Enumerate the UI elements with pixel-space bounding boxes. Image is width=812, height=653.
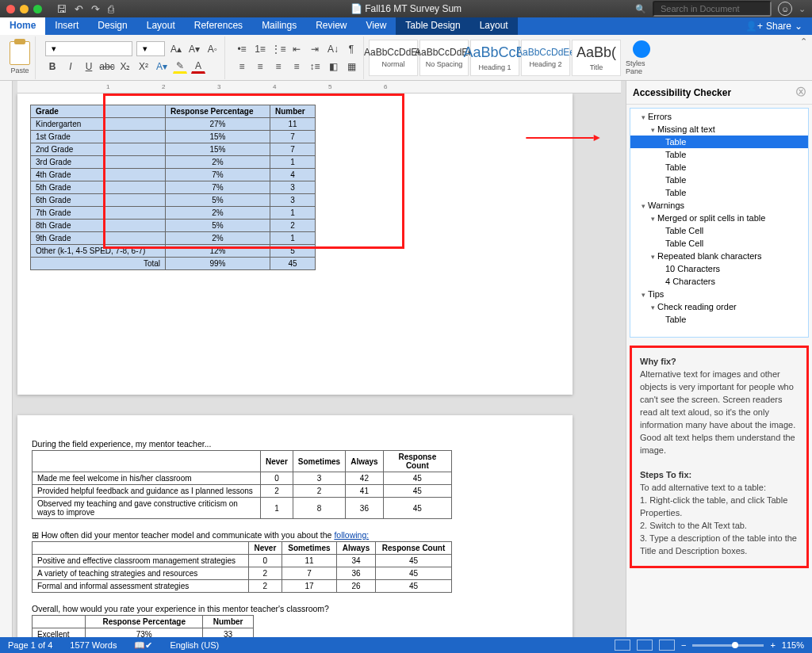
acc-item[interactable]: Warnings [630, 199, 808, 212]
document-area[interactable]: 123456 GradeResponse PercentageNumberKin… [13, 81, 626, 637]
align-center-icon[interactable]: ≡ [253, 59, 267, 74]
style-heading-2[interactable]: AaBbCcDdEeHeading 2 [521, 40, 570, 76]
zoom-window-icon[interactable] [33, 5, 42, 13]
search-icon[interactable]: 🔍 [635, 4, 646, 14]
line-spacing-icon[interactable]: ↕≡ [308, 59, 322, 74]
view-focus-icon[interactable] [615, 640, 630, 651]
view-print-icon[interactable] [637, 640, 653, 651]
acc-item[interactable]: Missing alt text [630, 123, 808, 136]
tab-references[interactable]: References [185, 17, 252, 35]
zoom-slider[interactable] [692, 644, 764, 647]
tab-table-design[interactable]: Table Design [396, 17, 469, 35]
undo-icon[interactable]: ↶ [75, 3, 83, 15]
bullets-icon[interactable]: •≡ [235, 42, 249, 56]
zoom-percent[interactable]: 115% [782, 640, 804, 650]
following-link[interactable]: following: [334, 530, 369, 540]
page-2[interactable]: During the field experience, my mentor t… [17, 415, 573, 637]
borders-icon[interactable]: ▦ [344, 59, 358, 74]
sort-icon[interactable]: A↓ [326, 42, 340, 56]
tab-mailings[interactable]: Mailings [252, 17, 306, 35]
paste-icon[interactable] [10, 41, 30, 65]
table-row[interactable]: 4th Grade7%4 [31, 169, 316, 181]
accessibility-results[interactable]: ErrorsMissing alt textTableTableTableTab… [630, 108, 809, 338]
table-row[interactable]: Made me feel welcome in his/her classroo… [33, 472, 452, 485]
styles-gallery[interactable]: AaBbCcDdEeNormalAaBbCcDdEeNo SpacingAaBb… [369, 40, 621, 76]
superscript-button[interactable]: X² [136, 59, 151, 74]
language-indicator[interactable]: English (US) [170, 640, 219, 650]
acc-item[interactable]: Table [630, 148, 808, 161]
acc-item[interactable]: Table [630, 136, 808, 148]
table-row[interactable]: Observed my teaching and gave constructi… [33, 498, 452, 519]
table-row[interactable]: Positive and effective classroom managem… [33, 555, 452, 567]
decrease-font-icon[interactable]: A▾ [187, 42, 201, 56]
style-no-spacing[interactable]: AaBbCcDdEeNo Spacing [419, 40, 469, 76]
table-row[interactable]: 6th Grade5%3 [31, 194, 316, 207]
word-count[interactable]: 1577 Words [70, 640, 117, 650]
text-effects-icon[interactable]: A▾ [155, 59, 169, 74]
table-row[interactable]: 9th Grade2%1 [31, 232, 316, 245]
[interactable]: − [681, 640, 686, 650]
clear-format-icon[interactable]: A◦ [205, 42, 220, 56]
table-row[interactable]: Formal and informal assessment strategie… [33, 580, 452, 593]
style-normal[interactable]: AaBbCcDdEeNormal [369, 40, 418, 76]
numbering-icon[interactable]: 1≡ [253, 42, 267, 56]
share-button[interactable]: 👤+ Share ⌄ [736, 17, 812, 35]
align-left-icon[interactable]: ≡ [235, 59, 249, 74]
table-row[interactable]: Other (k-1, 4-5 SPED, 7-8, 6-7)12%5 [31, 245, 316, 258]
tab-table-layout[interactable]: Layout [470, 17, 518, 35]
acc-item[interactable]: Tips [630, 288, 808, 300]
acc-item[interactable]: Table [630, 313, 808, 326]
search-input[interactable] [653, 1, 772, 17]
table-row[interactable]: 7th Grade2%1 [31, 207, 316, 220]
table-row[interactable]: 8th Grade5%2 [31, 220, 316, 232]
redo-icon[interactable]: ↷ [91, 3, 100, 15]
styles-pane-button[interactable]: Styles Pane [626, 40, 657, 75]
acc-item[interactable]: Table [630, 174, 808, 186]
style-title[interactable]: AaBb(Title [572, 40, 621, 76]
multilevel-icon[interactable]: ⋮≡ [271, 42, 285, 56]
indent-left-icon[interactable]: ⇤ [289, 42, 304, 56]
table-row[interactable]: Provided helpful feedback and guidance a… [33, 485, 452, 498]
ribbon-collapse-icon[interactable]: ⌃ [800, 36, 807, 47]
acc-item[interactable]: Table [630, 161, 808, 174]
tab-home[interactable]: Home [0, 17, 45, 35]
close-panel-icon[interactable]: ⓧ [796, 86, 806, 99]
font-size-dropdown[interactable]: ▾ [136, 41, 165, 56]
subscript-button[interactable]: X₂ [118, 59, 132, 74]
highlight-icon[interactable]: ✎ [173, 59, 187, 74]
shading-icon[interactable]: ◧ [326, 59, 340, 74]
tab-design[interactable]: Design [88, 17, 136, 35]
tab-review[interactable]: Review [306, 17, 356, 35]
strike-button[interactable]: abc [100, 59, 114, 74]
page-indicator[interactable]: Page 1 of 4 [8, 640, 52, 650]
style-heading-1[interactable]: AaBbCcDHeading 1 [470, 40, 519, 76]
minimize-window-icon[interactable] [20, 5, 29, 13]
table-row[interactable]: 1st Grade15%7 [31, 131, 316, 143]
page-1[interactable]: GradeResponse PercentageNumberKindergart… [17, 94, 573, 395]
acc-item[interactable]: Merged or split cells in table [630, 212, 808, 224]
italic-button[interactable]: I [63, 59, 78, 74]
zoom-in-icon[interactable]: + [770, 640, 775, 650]
view-web-icon[interactable] [659, 640, 675, 651]
spellcheck-icon[interactable]: 📖✔ [134, 640, 152, 651]
save-icon[interactable]: 🖫 [56, 3, 67, 15]
font-name-dropdown[interactable]: ▾ [45, 41, 132, 56]
q2-table[interactable]: NeverSometimesAlwaysResponse CountPositi… [32, 541, 452, 593]
underline-button[interactable]: U [82, 59, 96, 74]
acc-item[interactable]: Check reading order [630, 300, 808, 313]
acc-item[interactable]: Table [630, 186, 808, 199]
justify-icon[interactable]: ≡ [289, 59, 304, 74]
tab-insert[interactable]: Insert [45, 17, 88, 35]
table-row[interactable]: A variety of teaching strategies and res… [33, 567, 452, 580]
pilcrow-icon[interactable]: ¶ [344, 42, 358, 56]
bold-button[interactable]: B [45, 59, 59, 74]
user-icon[interactable]: ☺ [778, 2, 792, 16]
tab-layout[interactable]: Layout [137, 17, 185, 35]
indent-right-icon[interactable]: ⇥ [308, 42, 322, 56]
acc-item[interactable]: Errors [630, 110, 808, 123]
grade-table[interactable]: GradeResponse PercentageNumberKindergart… [30, 105, 316, 270]
table-row[interactable]: 2nd Grade15%7 [31, 143, 316, 156]
acc-item[interactable]: Repeated blank characters [630, 250, 808, 262]
close-window-icon[interactable] [6, 5, 15, 13]
q1-table[interactable]: NeverSometimesAlwaysResponse CountMade m… [32, 450, 452, 519]
